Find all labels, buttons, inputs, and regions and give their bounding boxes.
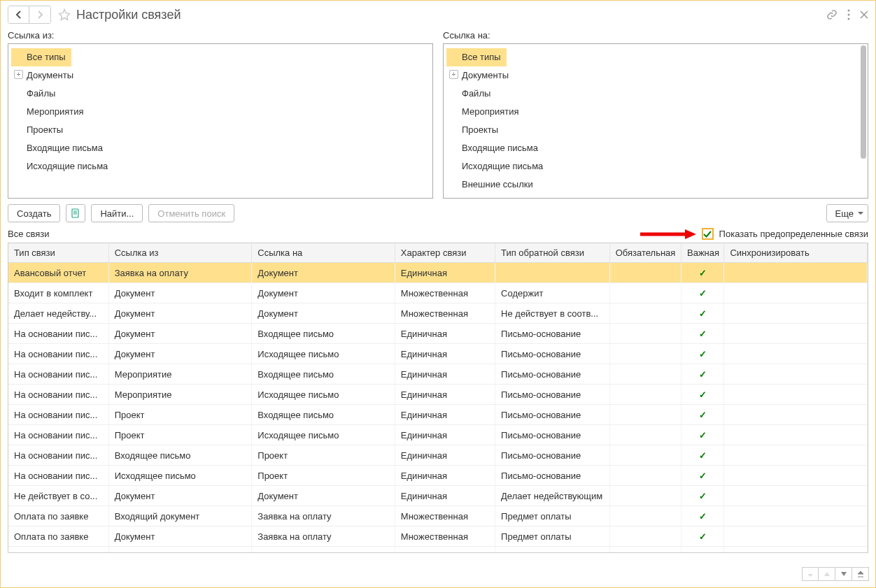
show-predefined-checkbox[interactable] — [702, 228, 714, 240]
more-button[interactable]: Еще — [826, 204, 868, 222]
table-cell: Входящее письмо — [252, 405, 395, 425]
column-header[interactable]: Обязательная — [609, 243, 681, 263]
tree-item[interactable]: +Документы — [446, 66, 865, 85]
table-cell: Проект — [108, 425, 252, 445]
table-cell: ✓ — [681, 445, 724, 466]
kebab-menu-icon[interactable] — [847, 9, 850, 20]
table-row[interactable]: На основании пис...МероприятиеИсходящее … — [8, 385, 868, 405]
table-cell: Оплата по заявке — [8, 526, 108, 547]
table-row[interactable]: На основании пис...Исходящее письмоПроек… — [8, 466, 868, 486]
cancel-search-button[interactable]: Отменить поиск — [148, 204, 234, 222]
tree-item[interactable]: +Документы — [11, 66, 430, 85]
column-header[interactable]: Важная — [681, 243, 724, 263]
table-row[interactable]: Делает недейству...ДокументДокументМноже… — [8, 303, 868, 324]
tree-item-label: Исходящие письма — [27, 161, 108, 171]
table-cell: Исходящее письмо — [252, 385, 395, 405]
links-table-wrap: Тип связиСсылка изСсылка наХарактер связ… — [8, 243, 868, 553]
favorite-icon[interactable] — [58, 8, 71, 21]
table-row[interactable]: На основании пис...ДокументИсходящее пис… — [8, 344, 868, 364]
row-first-button[interactable] — [802, 567, 819, 581]
table-cell — [252, 547, 395, 554]
find-button[interactable]: Найти... — [91, 204, 143, 222]
column-header[interactable]: Ссылка на — [252, 243, 395, 263]
table-row[interactable]: На основании пис...ПроектВходящее письмо… — [8, 405, 868, 425]
column-header[interactable]: Характер связи — [395, 243, 495, 263]
tree-item[interactable]: Мероприятия — [11, 103, 430, 121]
table-row[interactable]: Оплата по заявкеВходящий документЗаявка … — [8, 506, 868, 526]
scrollbar[interactable] — [861, 45, 866, 196]
row-last-button[interactable] — [852, 567, 869, 581]
row-down-button[interactable] — [835, 567, 852, 581]
forward-button[interactable] — [29, 6, 50, 23]
tree-item-label: Мероприятия — [27, 106, 84, 117]
table-row[interactable]: Входит в комплектДокументДокументМножест… — [8, 283, 868, 303]
table-row[interactable]: Оплата по заявкеДокументЗаявка на оплату… — [8, 526, 868, 547]
table-row[interactable]: На основании пис...ПроектИсходящее письм… — [8, 425, 868, 445]
expand-icon[interactable]: + — [449, 70, 458, 79]
table-cell: ✓ — [681, 364, 724, 385]
table-cell: ✓ — [681, 303, 724, 324]
tree-item[interactable]: Исходящие письма — [11, 157, 430, 175]
table-row[interactable]: ✓ — [8, 547, 868, 554]
tree-item[interactable]: Все типы — [446, 48, 507, 66]
tree-item[interactable]: Мероприятия — [446, 103, 865, 121]
table-cell: Множественная — [395, 283, 495, 303]
table-cell: ✓ — [681, 425, 724, 445]
column-header[interactable]: Тип обратной связи — [495, 243, 610, 263]
table-cell: ✓ — [681, 486, 724, 506]
tree-item[interactable]: Входящие письма — [446, 139, 865, 157]
table-cell: Мероприятие — [108, 385, 252, 405]
row-up-button[interactable] — [819, 567, 835, 581]
link-icon[interactable] — [826, 9, 838, 20]
table-cell: ✓ — [681, 283, 724, 303]
table-row[interactable]: На основании пис...МероприятиеВходящее п… — [8, 364, 868, 385]
table-cell — [724, 506, 868, 526]
table-cell — [724, 445, 868, 466]
tree-item[interactable]: Входящие письма — [11, 139, 430, 157]
table-cell — [609, 445, 681, 466]
create-button[interactable]: Создать — [8, 204, 60, 222]
table-row[interactable]: На основании пис...ДокументВходящее пись… — [8, 324, 868, 344]
tree-item[interactable]: Все типы — [11, 48, 71, 66]
table-cell — [609, 283, 681, 303]
table-cell — [108, 547, 252, 554]
table-cell: Документ — [108, 526, 252, 547]
table-cell: Письмо-основание — [495, 445, 610, 466]
table-cell: Единичная — [395, 425, 495, 445]
table-cell: Заявка на оплату — [252, 506, 395, 526]
table-cell: Единичная — [395, 466, 495, 486]
table-cell: Исходящее письмо — [108, 466, 252, 486]
table-row[interactable]: Не действует в со...ДокументДокументЕдин… — [8, 486, 868, 506]
table-cell: Единичная — [395, 405, 495, 425]
tree-item[interactable]: Файлы — [11, 85, 430, 103]
check-icon: ✓ — [699, 308, 707, 319]
back-button[interactable] — [8, 6, 29, 23]
table-cell: ✓ — [681, 466, 724, 486]
check-icon: ✓ — [699, 349, 707, 359]
table-cell: Единичная — [395, 344, 495, 364]
tree-item[interactable]: Внешние ссылки — [446, 175, 865, 194]
table-cell: На основании пис... — [8, 405, 108, 425]
close-icon[interactable] — [860, 10, 868, 19]
table-row[interactable]: На основании пис...Входящее письмоПроект… — [8, 445, 868, 466]
table-cell — [609, 364, 681, 385]
table-cell — [609, 405, 681, 425]
tree-item[interactable]: Файлы — [446, 85, 865, 103]
column-header[interactable]: Тип связи — [8, 243, 108, 263]
tree-item-label: Исходящие письма — [462, 161, 543, 171]
column-header[interactable]: Ссылка из — [108, 243, 252, 263]
column-header[interactable]: Синхронизировать — [724, 243, 868, 263]
table-row[interactable]: Авансовый отчетЗаявка на оплатуДокументЕ… — [8, 263, 868, 283]
table-cell: На основании пис... — [8, 385, 108, 405]
expand-icon[interactable]: + — [14, 70, 23, 79]
table-cell: Множественная — [395, 506, 495, 526]
tree-item-label: Мероприятия — [462, 106, 519, 117]
table-cell: Документ — [108, 486, 252, 506]
refresh-button[interactable] — [66, 204, 85, 222]
tree-item[interactable]: Проекты — [11, 121, 430, 139]
table-cell — [724, 324, 868, 344]
tree-item[interactable]: Исходящие письма — [446, 157, 865, 175]
tree-item[interactable]: Проекты — [446, 121, 865, 139]
table-cell — [724, 486, 868, 506]
table-cell: Предмет оплаты — [495, 506, 610, 526]
